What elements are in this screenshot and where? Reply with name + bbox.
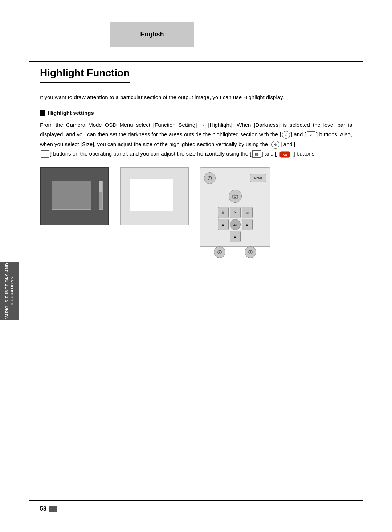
language-label: English [140,31,164,38]
sd-card-icon: SD [279,150,291,158]
section-heading: Highlight settings [48,110,94,116]
highlight-box-light [130,179,173,211]
bottom-btn-right [245,246,256,258]
sidebar-label: VARIOUS FUNCTIONS AND OPERATIONS [4,262,15,320]
crosshair-right [377,262,385,270]
power-button [204,172,216,184]
camera-button [229,190,242,203]
nav-center: SET [230,219,241,230]
nav-tr: SD [242,207,253,218]
top-rule [29,61,363,62]
control-panel-image: MENU ▤ ✕ SD [200,167,270,247]
section-header: Highlight settings [40,110,352,116]
nav-up: ✕ [230,207,241,218]
page-number: 58 [40,505,57,512]
left-icon: ▤ [252,150,261,158]
nav-br [242,231,253,242]
svg-text:SD: SD [283,153,287,157]
crop-mark-tr [374,7,385,18]
crosshair-top [192,7,200,15]
nav-left: ▲ [218,219,229,230]
nav-right: ▲ [242,219,253,230]
crop-mark-tl [7,7,18,18]
intro-text: It you want to draw attention to a parti… [40,93,352,102]
nav-down: ▲ [230,231,241,242]
nav-bl [218,231,229,242]
monitor-dark-image [40,167,109,225]
page-number-text: 58 [40,505,46,512]
camera-icon2: ⊙ [271,141,279,149]
crop-mark-bl [7,514,18,525]
nav-cluster: ▤ ✕ SD ▲ SET ▲ ▲ [218,207,253,242]
images-row: MENU ▤ ✕ SD [40,167,352,247]
crop-mark-br [374,514,385,525]
crosshair-bottom [192,517,200,525]
panel-middle [204,190,266,203]
panel-bottom-row [204,246,266,258]
up-arrow-icon: ↑ [41,150,49,158]
menu-button: MENU [250,174,266,182]
highlight-box-dark [52,181,91,210]
monitor-light-image [120,167,189,225]
section-header-icon [40,110,45,116]
bottom-rule [29,500,363,501]
svg-text:SD: SD [245,211,249,215]
camera-icon: ⊙ [282,131,290,139]
nav-tl: ▤ [218,207,229,218]
down-arrow-icon: ↙ [307,131,315,138]
svg-point-5 [234,196,236,198]
svg-point-11 [250,251,251,253]
sidebar-tab: VARIOUS FUNCTIONS AND OPERATIONS [0,262,19,320]
body-text: From the Camera Mode OSD Menu select [Fu… [40,120,352,158]
bottom-btn-left [214,246,225,258]
page-title: Highlight Function [40,67,130,83]
main-content: Highlight Function It you want to draw a… [40,67,352,247]
panel-top-row: MENU [204,172,266,184]
language-tab: English [110,22,194,47]
level-bar [99,181,103,210]
